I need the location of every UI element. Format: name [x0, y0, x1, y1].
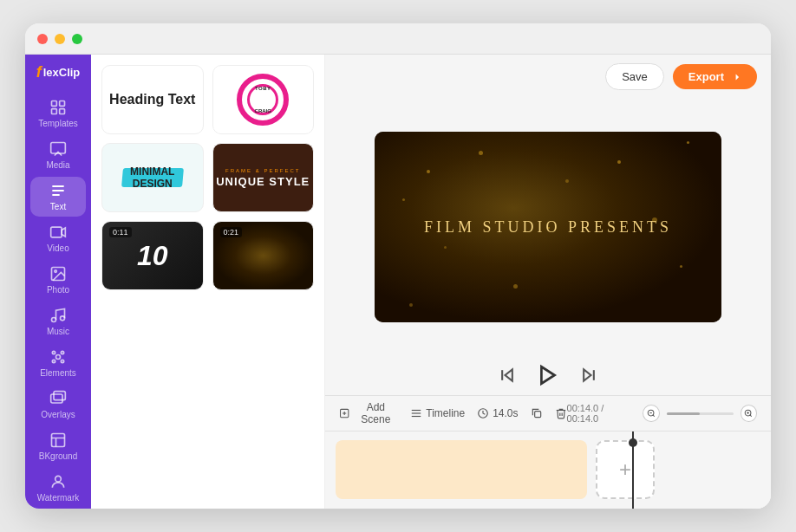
clock-icon: [477, 407, 489, 419]
film-studio-text: Film Studio Presents: [424, 218, 672, 237]
duration-value: 14.0s: [493, 407, 518, 419]
svg-point-8: [55, 270, 57, 273]
svg-line-34: [653, 415, 655, 417]
svg-rect-17: [54, 392, 65, 400]
svg-rect-16: [51, 394, 62, 403]
sidebar-item-elements[interactable]: Elements: [30, 343, 86, 383]
svg-rect-0: [52, 101, 57, 107]
svg-rect-32: [534, 412, 540, 418]
add-scene-button[interactable]: Add Scene: [339, 401, 398, 425]
duplicate-button[interactable]: [531, 407, 543, 419]
media-label: Media: [46, 160, 69, 170]
delete-icon: [555, 407, 567, 419]
svg-point-11: [56, 355, 61, 360]
skip-back-icon: [499, 367, 516, 384]
zoom-bar[interactable]: [667, 412, 734, 415]
sidebar-item-music[interactable]: Music: [30, 302, 86, 341]
logo-text: lexClip: [43, 66, 81, 79]
video-preview: Film Studio Presents: [375, 132, 721, 322]
svg-rect-2: [52, 109, 57, 114]
zoom-controls: 00:14.0 / 00:14.0: [567, 403, 757, 424]
text-icon: [49, 182, 67, 199]
zoom-in-icon: [744, 409, 753, 418]
thumb-toby-craig[interactable]: TOBY CRAIG: [212, 65, 315, 134]
svg-rect-1: [60, 101, 65, 107]
skip-back-button[interactable]: [499, 367, 516, 384]
video-controls: [325, 355, 771, 395]
zoom-out-button[interactable]: [643, 405, 659, 422]
music-icon: [49, 307, 67, 324]
unique-top-text: FRAME & PERFECT: [225, 168, 300, 173]
music-label: Music: [47, 327, 69, 336]
time-display: 00:14.0 / 00:14.0: [567, 403, 636, 424]
zoom-in-button[interactable]: [741, 405, 757, 422]
svg-point-15: [61, 360, 63, 362]
photo-icon: [49, 265, 67, 282]
timeline-controls: Add Scene Timeline 14.0s: [339, 401, 567, 425]
thumb-heading-text[interactable]: Heading Text: [101, 65, 204, 134]
duration-display: 14.0s: [477, 407, 518, 419]
thumb-minimal-design[interactable]: MINIMALDESIGN: [101, 143, 204, 212]
add-clip-icon: +: [619, 457, 631, 482]
minimize-dot[interactable]: [55, 34, 65, 44]
countdown-timestamp: 0:11: [109, 227, 132, 237]
sidebar-item-overlays[interactable]: Overlays: [30, 385, 86, 425]
export-button[interactable]: Export: [673, 64, 757, 89]
app-window: f lexClip Templates Media Text Video: [25, 23, 771, 509]
gold-timestamp: 0:21: [220, 227, 243, 237]
text-templates-panel: Heading Text TOBY CRAIG: [91, 55, 325, 509]
sidebar-item-video[interactable]: Video: [30, 218, 86, 258]
elements-icon: [49, 348, 67, 366]
sidebar-item-templates[interactable]: Templates: [30, 94, 86, 133]
timeline-clip[interactable]: [336, 440, 587, 499]
timeline-button[interactable]: Timeline: [410, 407, 465, 419]
delete-button[interactable]: [555, 407, 567, 419]
sidebar-item-photo[interactable]: Photo: [30, 260, 86, 300]
close-dot[interactable]: [37, 34, 48, 44]
skip-forward-button[interactable]: [580, 367, 597, 384]
svg-point-10: [61, 316, 65, 321]
svg-marker-22: [541, 367, 554, 384]
svg-marker-20: [506, 369, 512, 380]
video-label: Video: [47, 243, 69, 253]
export-label: Export: [688, 70, 724, 83]
app-logo: f lexClip: [36, 63, 81, 81]
add-clip-button[interactable]: +: [596, 440, 655, 499]
text-label: Text: [50, 202, 66, 211]
duplicate-icon: [531, 407, 543, 419]
overlays-label: Overlays: [41, 410, 75, 419]
sidebar-item-media[interactable]: Media: [30, 135, 86, 175]
svg-point-19: [55, 476, 62, 482]
svg-point-14: [52, 360, 55, 362]
add-scene-label: Add Scene: [353, 401, 398, 425]
thumb-unique-style[interactable]: FRAME & PERFECT UNIQUE STYLE: [212, 143, 315, 212]
elements-label: Elements: [40, 368, 76, 378]
minimal-text-label: MINIMALDESIGN: [130, 165, 174, 191]
watermark-label: Watermark: [37, 493, 80, 503]
svg-rect-3: [60, 109, 65, 114]
maximize-dot[interactable]: [72, 34, 82, 44]
templates-label: Templates: [38, 119, 78, 128]
countdown-number: 10: [137, 240, 168, 272]
add-scene-icon: [339, 407, 349, 419]
templates-grid: Heading Text TOBY CRAIG: [101, 65, 314, 290]
play-button[interactable]: [537, 364, 559, 386]
svg-point-12: [52, 351, 55, 354]
thumb-countdown[interactable]: 10 0:11: [101, 221, 204, 290]
background-icon: [49, 431, 67, 449]
toby-top-text: TOBY: [255, 86, 271, 91]
sidebar-item-bkground[interactable]: BKground: [30, 426, 86, 466]
bkground-label: BKground: [39, 451, 77, 461]
sidebar-item-watermark[interactable]: Watermark: [30, 468, 86, 508]
export-arrow-icon: [729, 71, 741, 83]
grid-icon: [49, 99, 67, 116]
timeline-area: +: [325, 431, 771, 509]
svg-point-9: [52, 318, 56, 322]
sidebar: f lexClip Templates Media Text Video: [25, 55, 91, 509]
svg-line-37: [750, 415, 752, 417]
thumb-gold-particles[interactable]: 0:21: [212, 221, 315, 290]
svg-point-13: [61, 351, 63, 354]
save-button[interactable]: Save: [605, 63, 664, 90]
watermark-icon: [49, 473, 67, 490]
sidebar-item-text[interactable]: Text: [30, 177, 86, 217]
